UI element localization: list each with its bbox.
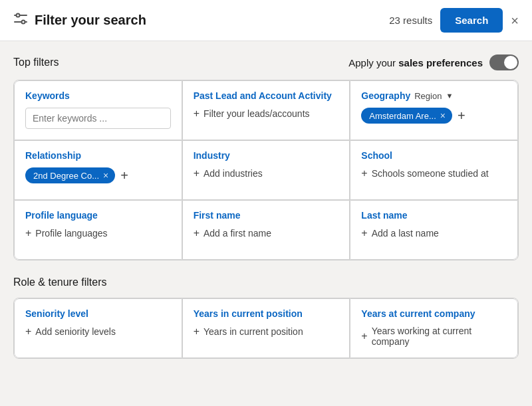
- top-filters-header: Top filters Apply your sales preferences: [13, 54, 519, 70]
- relationship-label: Relationship: [25, 150, 171, 161]
- filter-cell-last-name: Last name + Add a last name: [350, 200, 518, 260]
- plus-icon: +: [194, 326, 200, 338]
- relationship-add-button[interactable]: +: [120, 169, 128, 182]
- plus-icon: +: [25, 227, 31, 239]
- main-content: Top filters Apply your sales preferences…: [0, 41, 532, 388]
- geography-tag-remove[interactable]: ×: [440, 110, 446, 121]
- filter-settings-icon: [13, 13, 28, 28]
- seniority-add-text: Add seniority levels: [35, 326, 116, 337]
- top-filters-grid: Keywords Past Lead and Account Activity …: [13, 80, 519, 260]
- modal-header: Filter your search 23 results Search ×: [0, 0, 532, 41]
- role-filters-grid: Seniority level + Add seniority levels Y…: [13, 298, 519, 359]
- last-name-label: Last name: [361, 210, 507, 221]
- relationship-tag-text: 2nd Degree Co...: [33, 171, 99, 181]
- plus-icon: +: [25, 326, 31, 338]
- seniority-add[interactable]: + Add seniority levels: [25, 326, 171, 338]
- profile-language-add[interactable]: + Profile languages: [25, 227, 171, 239]
- header-left: Filter your search: [13, 13, 382, 28]
- toggle-knob: [504, 56, 517, 69]
- role-tenure-label: Role & tenure filters: [13, 276, 107, 288]
- last-name-add[interactable]: + Add a last name: [361, 227, 507, 239]
- filter-cell-relationship: Relationship 2nd Degree Co... × +: [14, 140, 182, 200]
- top-filters-label: Top filters: [13, 56, 59, 68]
- plus-icon: +: [361, 330, 367, 342]
- past-lead-add-text: Filter your leads/accounts: [203, 108, 310, 119]
- first-name-add-text: Add a first name: [203, 228, 271, 239]
- plus-icon: +: [194, 227, 200, 239]
- years-company-add[interactable]: + Years working at current company: [361, 326, 507, 347]
- school-add[interactable]: + Schools someone studied at: [361, 167, 507, 179]
- sales-preferences-toggle[interactable]: [489, 54, 519, 70]
- filter-cell-years-company: Years at current company + Years working…: [350, 298, 518, 358]
- header-right: 23 results Search ×: [389, 8, 519, 33]
- sales-prefs-text: Apply your sales preferences: [348, 57, 483, 68]
- school-add-text: Schools someone studied at: [372, 168, 489, 179]
- relationship-tag[interactable]: 2nd Degree Co... ×: [25, 167, 115, 183]
- past-lead-add[interactable]: + Filter your leads/accounts: [194, 108, 339, 120]
- filter-cell-geography: Geography Region ▼ Amsterdam Are... × +: [350, 80, 518, 140]
- geography-add-button[interactable]: +: [458, 109, 466, 122]
- seniority-label: Seniority level: [25, 308, 171, 319]
- plus-icon: +: [194, 167, 200, 179]
- profile-language-add-text: Profile languages: [35, 228, 107, 239]
- years-position-label: Years in current position: [194, 308, 339, 319]
- plus-icon: +: [194, 108, 200, 120]
- years-company-add-text: Years working at current company: [372, 326, 507, 347]
- page-title: Filter your search: [35, 13, 146, 28]
- sales-preferences-toggle-row: Apply your sales preferences: [348, 54, 519, 70]
- plus-icon: +: [361, 167, 367, 179]
- industry-add-text: Add industries: [203, 168, 263, 179]
- search-button[interactable]: Search: [440, 8, 503, 33]
- role-tenure-section: Role & tenure filters Seniority level + …: [13, 276, 519, 359]
- first-name-add[interactable]: + Add a first name: [194, 227, 339, 239]
- school-label: School: [361, 150, 507, 161]
- filter-cell-first-name: First name + Add a first name: [182, 200, 350, 260]
- profile-language-label: Profile language: [25, 210, 171, 221]
- relationship-tag-row: 2nd Degree Co... × +: [25, 167, 171, 183]
- first-name-label: First name: [194, 210, 339, 221]
- close-button[interactable]: ×: [511, 14, 519, 27]
- years-position-add-text: Years in current position: [203, 326, 303, 337]
- keywords-input[interactable]: [25, 108, 171, 129]
- geography-label-row: Geography Region ▼: [361, 90, 507, 101]
- last-name-add-text: Add a last name: [372, 228, 439, 239]
- filter-cell-seniority: Seniority level + Add seniority levels: [14, 298, 182, 358]
- keywords-label: Keywords: [25, 90, 171, 101]
- filter-cell-past-lead: Past Lead and Account Activity + Filter …: [182, 80, 350, 140]
- geography-tag-row: Amsterdam Are... × +: [361, 108, 507, 124]
- industry-label: Industry: [194, 150, 339, 161]
- filter-cell-industry: Industry + Add industries: [182, 140, 350, 200]
- geography-label: Geography: [361, 90, 410, 101]
- filter-cell-keywords: Keywords: [14, 80, 182, 140]
- filter-cell-profile-language: Profile language + Profile languages: [14, 200, 182, 260]
- geography-tag-text: Amsterdam Are...: [369, 111, 436, 121]
- filter-cell-school: School + Schools someone studied at: [350, 140, 518, 200]
- filter-cell-years-position: Years in current position + Years in cur…: [182, 298, 350, 358]
- svg-point-1: [17, 14, 20, 17]
- geography-tag[interactable]: Amsterdam Are... ×: [361, 108, 452, 124]
- geography-caret-icon[interactable]: ▼: [446, 92, 453, 100]
- past-lead-label: Past Lead and Account Activity: [194, 90, 339, 101]
- years-position-add[interactable]: + Years in current position: [194, 326, 339, 338]
- years-company-label: Years at current company: [361, 308, 507, 319]
- results-count: 23 results: [389, 15, 432, 26]
- relationship-tag-remove[interactable]: ×: [103, 170, 108, 181]
- geography-sub-label: Region: [414, 91, 442, 101]
- role-tenure-header: Role & tenure filters: [13, 276, 519, 288]
- industry-add[interactable]: + Add industries: [194, 167, 339, 179]
- svg-point-3: [22, 21, 25, 24]
- plus-icon: +: [361, 227, 367, 239]
